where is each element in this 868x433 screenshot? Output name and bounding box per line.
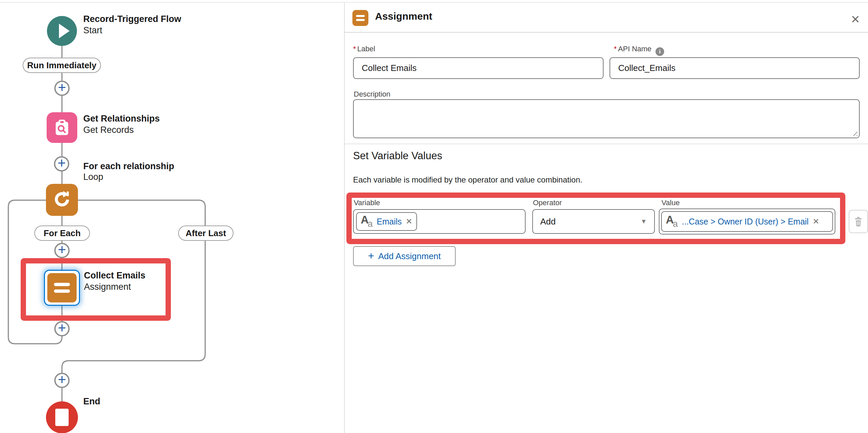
add-element-button-2[interactable]: + — [54, 156, 69, 172]
loop-icon — [52, 190, 72, 210]
required-asterisk: * — [614, 44, 617, 53]
plus-icon: + — [58, 321, 66, 335]
loop-node[interactable] — [46, 184, 78, 216]
required-asterisk: * — [353, 44, 356, 53]
section-help-text: Each variable is modified by the operato… — [353, 175, 582, 185]
flow-builder-screen: Record-Triggered Flow Start Run Immediat… — [0, 0, 868, 433]
stop-icon — [55, 409, 69, 426]
api-name-input[interactable]: Collect_Emails — [610, 57, 860, 79]
play-icon — [59, 24, 70, 38]
loop-subtitle: Loop — [83, 172, 103, 182]
panel-header-divider — [344, 32, 868, 33]
after-last-branch-badge[interactable]: After Last — [178, 225, 234, 241]
end-node-title: End — [83, 396, 100, 407]
description-field-label: Description — [354, 90, 391, 99]
assignment-node-selected[interactable] — [44, 270, 80, 306]
label-field-label: *Label — [353, 44, 375, 53]
get-records-icon — [52, 118, 72, 137]
annotation-highlight-panel — [346, 192, 845, 244]
end-node[interactable] — [46, 401, 78, 433]
plus-icon: + — [368, 250, 374, 261]
panel-title: Assignment — [375, 11, 432, 22]
get-records-subtitle: Get Records — [83, 125, 134, 135]
plus-icon: + — [58, 81, 66, 95]
panel-assignment-icon — [352, 10, 368, 26]
section-divider — [344, 144, 868, 144]
add-element-button-1[interactable]: + — [54, 81, 70, 96]
equals-bars-icon — [54, 283, 70, 293]
trash-icon — [854, 216, 863, 227]
add-assignment-button[interactable]: + Add Assignment — [353, 246, 456, 266]
canvas-panel-divider — [344, 3, 345, 433]
assignment-icon — [47, 273, 76, 303]
annotation-highlight-canvas — [21, 258, 171, 321]
description-textarea[interactable] — [353, 99, 860, 138]
close-icon[interactable]: ✕ — [848, 12, 863, 27]
get-records-node[interactable] — [46, 112, 77, 143]
start-node-title: Record-Triggered Flow — [83, 14, 181, 24]
api-name-field-label: *API Namei — [614, 44, 664, 56]
delete-assignment-button[interactable] — [849, 210, 868, 233]
start-node-subtitle: Start — [83, 25, 102, 36]
loop-title: For each relationship — [83, 161, 174, 172]
label-input[interactable]: Collect Emails — [353, 57, 603, 79]
add-element-button-4[interactable]: + — [54, 321, 70, 336]
equals-bars-icon — [356, 15, 365, 21]
plus-icon: + — [58, 373, 66, 387]
add-element-button-3[interactable]: + — [54, 243, 70, 258]
add-element-button-5[interactable]: + — [54, 373, 70, 388]
start-node[interactable] — [47, 16, 77, 46]
run-immediately-badge[interactable]: Run Immediately — [23, 58, 101, 73]
resize-grip-icon[interactable] — [851, 129, 857, 136]
get-records-title: Get Relationships — [83, 114, 160, 124]
plus-icon: + — [58, 243, 66, 257]
info-icon[interactable]: i — [655, 47, 664, 56]
set-variable-values-heading: Set Variable Values — [353, 150, 442, 162]
for-each-branch-badge[interactable]: For Each — [34, 225, 90, 241]
plus-icon: + — [58, 156, 66, 170]
